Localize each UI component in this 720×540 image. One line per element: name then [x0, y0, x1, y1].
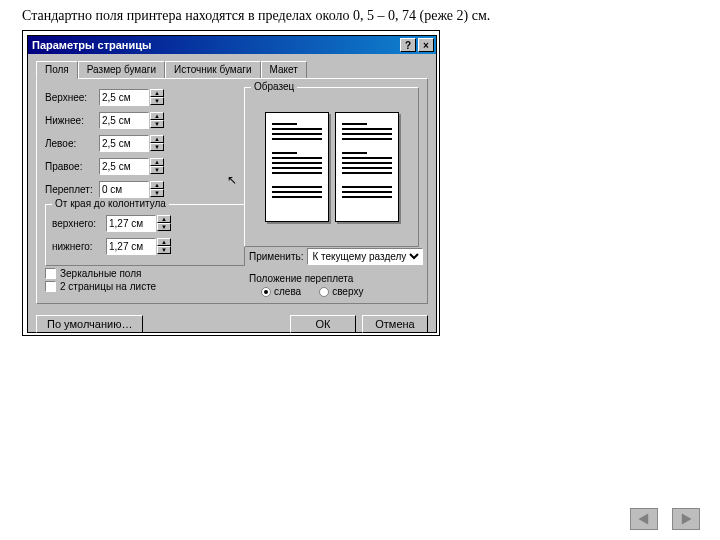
ok-button[interactable]: ОК — [290, 315, 356, 333]
tab-layout[interactable]: Макет — [261, 61, 307, 79]
input-footer-distance[interactable] — [106, 238, 156, 255]
input-gutter[interactable] — [99, 181, 149, 198]
preview-page-right — [335, 112, 399, 222]
label-right-margin: Правое: — [45, 161, 99, 172]
spin-down[interactable]: ▼ — [150, 143, 164, 151]
check-mirror-margins[interactable]: Зеркальные поля — [45, 268, 245, 279]
radio-icon — [319, 287, 329, 297]
label-bottom-margin: Нижнее: — [45, 115, 99, 126]
spin-down[interactable]: ▼ — [157, 223, 171, 231]
preview-group: Образец — [244, 87, 419, 247]
spin-up[interactable]: ▲ — [150, 112, 164, 120]
default-button[interactable]: По умолчанию… — [36, 315, 143, 333]
cancel-button[interactable]: Отмена — [362, 315, 428, 333]
spin-up[interactable]: ▲ — [150, 181, 164, 189]
checkbox-icon — [45, 268, 56, 279]
radio-binding-left[interactable]: слева — [261, 286, 301, 297]
dialog-window: Параметры страницы ? × Поля Размер бумаг… — [27, 35, 437, 333]
input-top-margin[interactable] — [99, 89, 149, 106]
check-mirror-label: Зеркальные поля — [60, 268, 141, 279]
radio-icon — [261, 287, 271, 297]
check-two-pages-label: 2 страницы на листе — [60, 281, 156, 292]
prev-arrow-button[interactable] — [630, 508, 658, 530]
page-caption: Стандартно поля принтера находятся в пре… — [0, 0, 720, 30]
group-header-footer: От края до колонтитула верхнего: ▲▼ нижн… — [45, 204, 245, 266]
window-title: Параметры страницы — [32, 39, 398, 51]
preview-page-left — [265, 112, 329, 222]
spin-up[interactable]: ▲ — [150, 89, 164, 97]
next-arrow-button[interactable] — [672, 508, 700, 530]
svg-marker-0 — [638, 513, 648, 524]
checkbox-icon — [45, 281, 56, 292]
radio-top-label: сверху — [332, 286, 363, 297]
preview-title: Образец — [251, 81, 297, 92]
label-left-margin: Левое: — [45, 138, 99, 149]
spin-down[interactable]: ▼ — [150, 189, 164, 197]
label-gutter: Переплет: — [45, 184, 99, 195]
input-bottom-margin[interactable] — [99, 112, 149, 129]
label-top-margin: Верхнее: — [45, 92, 99, 103]
label-footer-distance: нижнего: — [52, 241, 106, 252]
label-header-distance: верхнего: — [52, 218, 106, 229]
select-apply-to[interactable]: К текущему разделу — [307, 248, 423, 265]
spin-up[interactable]: ▲ — [157, 238, 171, 246]
screenshot-frame: Параметры страницы ? × Поля Размер бумаг… — [22, 30, 440, 336]
input-left-margin[interactable] — [99, 135, 149, 152]
svg-marker-1 — [682, 513, 692, 524]
close-button[interactable]: × — [418, 38, 434, 52]
spin-down[interactable]: ▼ — [157, 246, 171, 254]
tab-margins[interactable]: Поля — [36, 61, 78, 79]
cursor-icon: ↖ — [227, 173, 237, 187]
radio-left-label: слева — [274, 286, 301, 297]
label-apply-to: Применить: — [249, 251, 303, 262]
tab-paper-source[interactable]: Источник бумаги — [165, 61, 261, 79]
radio-binding-top[interactable]: сверху — [319, 286, 363, 297]
tab-paper-size[interactable]: Размер бумаги — [78, 61, 165, 79]
spin-up[interactable]: ▲ — [157, 215, 171, 223]
help-button[interactable]: ? — [400, 38, 416, 52]
spin-down[interactable]: ▼ — [150, 120, 164, 128]
spin-down[interactable]: ▼ — [150, 166, 164, 174]
tab-panel: Верхнее: ▲▼ Нижнее: ▲▼ — [36, 78, 428, 304]
group-header-footer-title: От края до колонтитула — [52, 198, 169, 209]
slide-nav — [630, 508, 700, 530]
titlebar: Параметры страницы ? × — [28, 36, 436, 54]
spin-down[interactable]: ▼ — [150, 97, 164, 105]
spin-up[interactable]: ▲ — [150, 135, 164, 143]
check-two-pages[interactable]: 2 страницы на листе — [45, 281, 245, 292]
input-right-margin[interactable] — [99, 158, 149, 175]
spin-up[interactable]: ▲ — [150, 158, 164, 166]
input-header-distance[interactable] — [106, 215, 156, 232]
tab-strip: Поля Размер бумаги Источник бумаги Макет — [36, 60, 428, 78]
binding-title: Положение переплета — [249, 273, 353, 284]
